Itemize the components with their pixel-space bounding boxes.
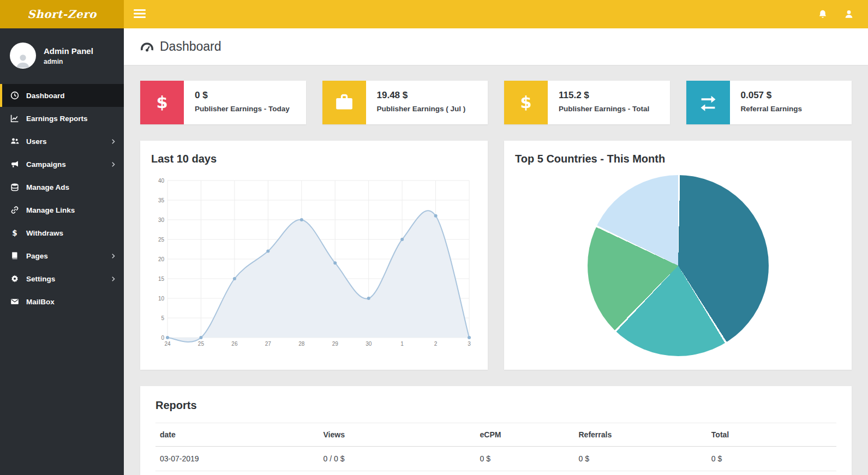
sidebar-item-manage-ads[interactable]: Manage Ads [0, 176, 124, 199]
line-chart-title: Last 10 days [151, 153, 477, 165]
column-header-date: date [155, 423, 319, 447]
stat-card-label: Referral Earnings [741, 104, 803, 115]
sidebar-item-label: Earnings Reports [26, 115, 88, 123]
svg-text:3: 3 [468, 341, 471, 347]
bell-icon[interactable] [818, 9, 828, 19]
bullhorn-icon [10, 160, 19, 169]
sidebar-item-label: Users [26, 137, 47, 146]
app-root: Short-Zero Admin Panel admin Das [0, 0, 868, 475]
sidebar-item-campaigns[interactable]: Campaigns [0, 153, 124, 176]
svg-text:5: 5 [161, 315, 164, 321]
stat-card: 19.48 $Publisher Earnings ( Jul ) [322, 81, 488, 124]
main-area: Dashboard $0 $Publisher Earnings - Today… [124, 0, 868, 475]
brand-logo[interactable]: Short-Zero [0, 0, 124, 28]
stat-card-value: 0.057 $ [741, 90, 803, 101]
envelope-icon [10, 297, 19, 306]
avatar [10, 43, 36, 69]
exchange-icon [686, 81, 730, 124]
sidebar-profile: Admin Panel admin [0, 28, 124, 81]
svg-text:$: $ [156, 93, 167, 112]
svg-text:29: 29 [332, 341, 339, 347]
brand-logo-text: Short-Zero [27, 8, 97, 21]
stat-card: $115.2 $Publisher Earnings - Total [504, 81, 670, 124]
svg-text:25: 25 [198, 341, 205, 347]
reports-table-header-row: dateViewseCPMReferralsTotal [155, 423, 836, 447]
stat-card-label: Publisher Earnings ( Jul ) [377, 104, 466, 115]
pie-chart-wrap [515, 173, 841, 358]
stat-card: 0.057 $Referral Earnings [686, 81, 852, 124]
pie-chart-panel: Top 5 Countries - This Month [504, 141, 852, 370]
svg-text:$: $ [12, 229, 17, 237]
column-header-total: Total [707, 423, 836, 447]
svg-text:28: 28 [298, 341, 305, 347]
svg-text:27: 27 [265, 341, 272, 347]
svg-text:2: 2 [434, 341, 438, 347]
user-icon[interactable] [844, 9, 854, 19]
svg-text:10: 10 [158, 296, 165, 302]
sidebar-menu: DashboardEarnings ReportsUsersCampaignsM… [0, 84, 124, 313]
sidebar-item-label: Manage Ads [26, 183, 69, 191]
svg-text:24: 24 [164, 341, 171, 347]
gear-icon [10, 274, 19, 283]
chevron-right-icon [110, 253, 116, 259]
table-cell: 0 $ [574, 447, 707, 471]
page-title: Dashboard [160, 39, 222, 54]
sidebar-item-dashboard[interactable]: Dashboard [0, 84, 124, 107]
pie-chart [588, 175, 769, 356]
table-cell: 0 $ [476, 447, 574, 471]
dollar-icon: $ [504, 81, 548, 124]
svg-text:26: 26 [231, 341, 238, 347]
briefcase-icon [322, 81, 366, 124]
svg-text:35: 35 [158, 197, 165, 203]
profile-role: admin [44, 58, 93, 65]
chart-line-icon [10, 114, 19, 123]
sidebar-item-label: Withdraws [26, 229, 63, 237]
link-icon [10, 206, 19, 214]
book-icon [10, 251, 19, 260]
svg-text:1: 1 [400, 341, 404, 347]
stat-card: $0 $Publisher Earnings - Today [140, 81, 306, 124]
column-header-referrals: Referrals [574, 423, 707, 447]
svg-text:30: 30 [158, 217, 165, 223]
reports-table-body: 03-07-20190 / 0 $0 $0 $0 $ [155, 447, 836, 471]
svg-text:$: $ [520, 93, 531, 112]
charts-row: Last 10 days 051015202530354024252627282… [140, 141, 852, 370]
svg-text:20: 20 [158, 256, 165, 262]
pie-chart-title: Top 5 Countries - This Month [515, 153, 841, 165]
topbar-actions [818, 9, 854, 19]
menu-toggle-button[interactable] [130, 5, 149, 23]
profile-name: Admin Panel [44, 46, 93, 56]
users-icon [10, 137, 19, 146]
table-cell: 03-07-2019 [155, 447, 319, 471]
table-cell: 0 / 0 $ [319, 447, 476, 471]
content: $0 $Publisher Earnings - Today19.48 $Pub… [124, 65, 868, 475]
column-header-ecpm: eCPM [476, 423, 574, 447]
sidebar-item-users[interactable]: Users [0, 130, 124, 153]
svg-text:0: 0 [161, 335, 164, 341]
sidebar-item-withdraws[interactable]: $Withdraws [0, 221, 124, 244]
reports-title: Reports [155, 399, 836, 412]
stat-card-label: Publisher Earnings - Today [195, 104, 290, 115]
stat-card-value: 115.2 $ [559, 90, 649, 101]
line-chart-panel: Last 10 days 051015202530354024252627282… [140, 141, 488, 370]
sidebar-item-earnings-reports[interactable]: Earnings Reports [0, 107, 124, 130]
reports-table: dateViewseCPMReferralsTotal 03-07-20190 … [155, 423, 836, 471]
svg-text:25: 25 [158, 237, 165, 243]
clock-icon [10, 91, 19, 100]
svg-text:15: 15 [158, 276, 165, 282]
stat-card-value: 0 $ [195, 90, 290, 101]
topbar: Short-Zero [0, 0, 868, 28]
table-row: 03-07-20190 / 0 $0 $0 $0 $ [155, 447, 836, 471]
sidebar-item-label: MailBox [26, 298, 55, 306]
sidebar-item-label: Settings [26, 275, 55, 283]
line-chart: 051015202530354024252627282930123 [151, 173, 477, 355]
column-header-views: Views [319, 423, 476, 447]
menu-icon [134, 9, 146, 20]
sidebar-item-settings[interactable]: Settings [0, 267, 124, 290]
sidebar-item-manage-links[interactable]: Manage Links [0, 199, 124, 221]
sidebar-item-pages[interactable]: Pages [0, 244, 124, 267]
page-header: Dashboard [124, 28, 868, 65]
chevron-right-icon [110, 276, 116, 282]
stat-cards-row: $0 $Publisher Earnings - Today19.48 $Pub… [140, 81, 852, 124]
sidebar-item-mailbox[interactable]: MailBox [0, 290, 124, 313]
